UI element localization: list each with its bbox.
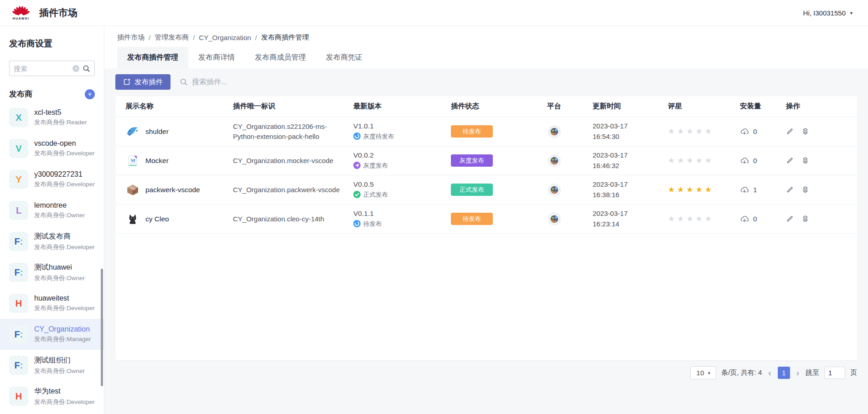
main-area: 插件市场/管理发布商/CY_Organization/发布商插件管理 发布商插件… bbox=[104, 26, 868, 414]
tab-item[interactable]: 发布商详情 bbox=[188, 47, 245, 68]
publisher-item[interactable]: F: 测试组织们 发布商身份:Owner bbox=[0, 350, 104, 381]
publisher-avatar: H bbox=[9, 387, 28, 406]
table-row[interactable]: M Mocker CY_Organization.mocker-vscode V… bbox=[115, 146, 857, 175]
page-size-select[interactable]: 10 ▾ bbox=[690, 366, 716, 379]
publisher-name: 测试发布商 bbox=[34, 232, 95, 241]
tab-item[interactable]: 发布商凭证 bbox=[316, 47, 372, 68]
publisher-role: 发布商身份:Developer bbox=[34, 398, 95, 406]
publisher-search-input[interactable] bbox=[14, 65, 69, 72]
user-menu[interactable]: Hi, I30031550 ▾ bbox=[803, 9, 852, 17]
versions-layers-icon[interactable] bbox=[801, 128, 809, 135]
publisher-item[interactable]: F: 测试发布商 发布商身份:Developer bbox=[0, 226, 104, 257]
tab-active[interactable]: 发布商插件管理 bbox=[117, 47, 188, 68]
column-header: 安装量 bbox=[740, 102, 786, 111]
column-header: 平台 bbox=[547, 102, 593, 111]
plugin-icon bbox=[125, 124, 140, 139]
search-icon bbox=[180, 78, 188, 86]
sidebar-search-box: × bbox=[9, 61, 95, 76]
publisher-name: xcl-test5 bbox=[34, 108, 87, 117]
publish-plugin-button[interactable]: 发布插件 bbox=[115, 74, 170, 90]
status-badge: 待发布 bbox=[451, 125, 493, 138]
prev-page-button[interactable]: ‹ bbox=[767, 368, 772, 378]
publisher-avatar: Y bbox=[9, 170, 28, 189]
plugin-icon bbox=[125, 212, 140, 226]
column-header: 操作 bbox=[786, 102, 857, 111]
download-cloud-icon bbox=[740, 127, 749, 136]
star-icon: ★ bbox=[668, 185, 675, 194]
sidebar-title: 发布商设置 bbox=[9, 38, 95, 50]
star-icon: ★ bbox=[687, 127, 693, 136]
plugin-id: CY_Organization.s221206-ms-Python-extens… bbox=[233, 122, 353, 142]
sidebar-scrollbar[interactable] bbox=[101, 269, 103, 386]
current-page-button[interactable]: 1 bbox=[778, 367, 790, 379]
publisher-item[interactable]: V vscode-open 发布商身份:Developer bbox=[0, 133, 104, 164]
download-cloud-icon bbox=[740, 185, 749, 194]
table-row[interactable]: packwerk-vscode CY_Organization.packwerk… bbox=[115, 175, 857, 204]
edit-icon[interactable] bbox=[786, 157, 794, 164]
update-time: 2023-03-1716:46:32 bbox=[593, 150, 668, 171]
jump-page-input[interactable] bbox=[824, 367, 845, 379]
svg-text:M: M bbox=[130, 157, 135, 163]
plugin-table-card: 展示名称插件唯一标识最新版本插件状态平台更新时间评星安装量操作 shulder … bbox=[115, 96, 857, 360]
huawei-logo-wordmark: HUAWEI bbox=[13, 17, 30, 20]
content: 发布插件 展示名称插件唯一标识最新版本插件状态平台更新时间评星安装量操作 shu… bbox=[104, 68, 868, 379]
versions-layers-icon[interactable] bbox=[801, 186, 809, 194]
download-cloud-icon bbox=[740, 156, 749, 165]
publisher-item[interactable]: L lemontree 发布商身份:Owner bbox=[0, 195, 104, 226]
publisher-avatar: L bbox=[9, 201, 28, 220]
sidebar: 发布商设置 × 发布商 + X xcl-test5 发布商身份:Reader V… bbox=[0, 26, 104, 414]
user-greeting: Hi, I30031550 bbox=[803, 9, 846, 17]
chevron-down-icon: ▾ bbox=[850, 10, 852, 15]
star-icon: ★ bbox=[687, 156, 693, 165]
publisher-name: y30009227231 bbox=[34, 170, 95, 179]
pagination-summary: 条/页, 共有: 4 bbox=[721, 368, 762, 377]
breadcrumb-item[interactable]: CY_Organization bbox=[199, 34, 251, 41]
search-icon[interactable] bbox=[83, 65, 90, 72]
breadcrumb-item[interactable]: 管理发布商 bbox=[155, 33, 189, 42]
edit-icon[interactable] bbox=[786, 215, 794, 223]
plugin-icon bbox=[125, 183, 140, 197]
plugin-version: V0.0.2 bbox=[353, 151, 446, 159]
tab-item[interactable]: 发布商成员管理 bbox=[245, 47, 316, 68]
star-rating: ★★★★★ bbox=[668, 185, 735, 194]
publisher-name: vscode-open bbox=[34, 139, 95, 148]
update-time: 2023-03-1716:54:30 bbox=[593, 121, 668, 142]
table-row[interactable]: cy Cleo CY_Organization.cleo-cy-14th V0.… bbox=[115, 204, 857, 234]
clear-icon[interactable]: × bbox=[72, 65, 79, 72]
publisher-name: lemontree bbox=[34, 201, 85, 210]
publisher-item[interactable]: H 华为test 发布商身份:Developer bbox=[0, 381, 104, 412]
publisher-role: 发布商身份:Reader bbox=[34, 118, 87, 127]
publisher-role: 发布商身份:Owner bbox=[34, 211, 85, 220]
install-count: 1 bbox=[753, 186, 757, 194]
brand: HUAWEI 插件市场 bbox=[10, 5, 78, 20]
add-publisher-button[interactable]: + bbox=[85, 89, 95, 99]
publisher-avatar: H bbox=[9, 294, 28, 313]
star-icon: ★ bbox=[677, 127, 684, 136]
publisher-item[interactable]: Y y30009227231 发布商身份:Developer bbox=[0, 164, 104, 195]
edit-icon[interactable] bbox=[786, 128, 794, 135]
versions-layers-icon[interactable] bbox=[801, 215, 809, 223]
breadcrumb-item: 发布商插件管理 bbox=[261, 33, 309, 42]
publisher-item[interactable]: F: CY_Organization 发布商身份:Manager bbox=[0, 319, 104, 350]
pagination: 10 ▾ 条/页, 共有: 4 ‹ 1 › 跳至 页 bbox=[115, 366, 857, 379]
star-icon: ★ bbox=[668, 156, 675, 165]
plugin-version: V1.0.1 bbox=[353, 122, 446, 130]
breadcrumb-item[interactable]: 插件市场 bbox=[117, 33, 145, 42]
next-page-button[interactable]: › bbox=[795, 368, 801, 378]
edit-icon[interactable] bbox=[786, 186, 794, 194]
install-count: 0 bbox=[753, 128, 757, 136]
publisher-item[interactable]: X xcl-test5 发布商身份:Reader bbox=[0, 102, 104, 133]
plugin-search-box bbox=[180, 78, 320, 86]
plugin-icon: M bbox=[125, 153, 140, 168]
platform-icon bbox=[547, 183, 562, 197]
star-icon: ★ bbox=[668, 214, 675, 224]
status-badge: 灰度发布 bbox=[451, 154, 493, 167]
publisher-item[interactable]: H huaweitest 发布商身份:Developer bbox=[0, 288, 104, 319]
plugin-search-input[interactable] bbox=[192, 78, 320, 86]
publisher-item[interactable]: F: 测试huawei 发布商身份:Owner bbox=[0, 257, 104, 288]
publisher-section-title: 发布商 bbox=[9, 89, 32, 99]
versions-layers-icon[interactable] bbox=[801, 157, 809, 164]
table-row[interactable]: shulder CY_Organization.s221206-ms-Pytho… bbox=[115, 117, 857, 146]
plugin-id: CY_Organization.cleo-cy-14th bbox=[233, 214, 353, 224]
star-icon: ★ bbox=[705, 127, 712, 136]
